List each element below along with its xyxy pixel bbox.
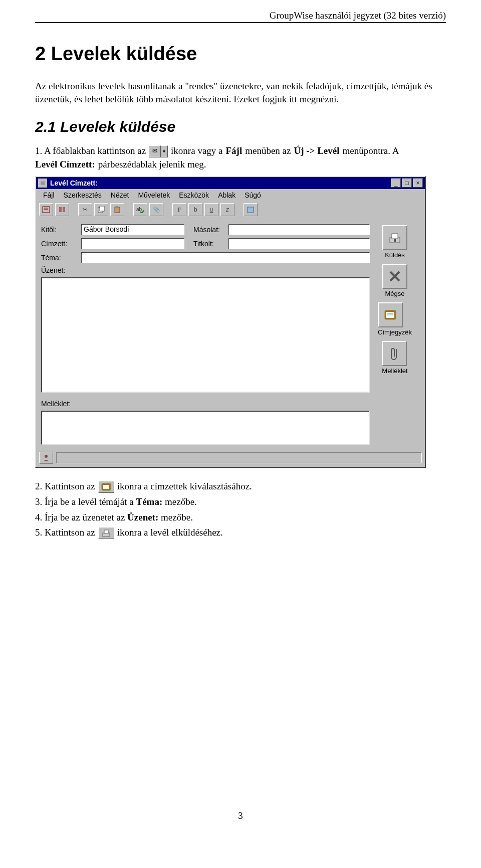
to-label: Címzett: <box>41 240 81 248</box>
svg-rect-3 <box>59 207 62 212</box>
titlebar: ✉ Levél Címzett: _ □ × <box>36 177 425 189</box>
message-label: Üzenet: <box>41 266 81 274</box>
window-title: Levél Címzett: <box>50 179 390 187</box>
svg-rect-6 <box>100 206 104 211</box>
cancel-button[interactable] <box>382 264 407 289</box>
address-book-button[interactable] <box>378 302 403 327</box>
svg-rect-10 <box>248 207 254 213</box>
step1-bold1: Fájl <box>226 144 243 158</box>
minimize-button[interactable]: _ <box>391 179 401 188</box>
from-field[interactable]: Gábor Borsodi <box>81 224 184 235</box>
step-1: 1. A főablakban kattintson az ✉▾ ikonra … <box>35 144 446 171</box>
menu-tools[interactable]: Eszközök <box>175 190 213 200</box>
toolbar-btn-1[interactable] <box>39 203 53 216</box>
address-book-icon <box>383 309 397 321</box>
cc-label: Másolat: <box>193 226 228 234</box>
page-header: GroupWise használói jegyzet (32 bites ve… <box>35 10 446 23</box>
step1-text-b: ikonra vagy a <box>171 144 222 158</box>
attachment-area[interactable] <box>41 411 370 445</box>
step-3: 3. Írja be a levél témáját a Téma: mezőb… <box>35 495 446 509</box>
bcc-label: Titkolt: <box>193 240 228 248</box>
system-menu-icon[interactable]: ✉ <box>38 179 47 188</box>
menu-view[interactable]: Nézet <box>107 190 133 200</box>
statusbar <box>36 450 425 467</box>
statusbar-icon[interactable] <box>39 452 53 464</box>
menu-actions[interactable]: Műveletek <box>134 190 174 200</box>
step4-bold: Üzenet: <box>127 512 158 523</box>
step3-b: mezőbe. <box>162 496 197 507</box>
person-icon <box>42 454 50 462</box>
attach-button-label: Melléklet <box>382 367 407 375</box>
toolbar-cut-icon[interactable]: ✂ <box>78 203 92 216</box>
send-icon <box>388 231 402 245</box>
svg-rect-12 <box>392 234 398 239</box>
send-button[interactable] <box>382 225 407 250</box>
step1-line2-rest: párbeszédablak jelenik meg. <box>98 158 206 171</box>
chapter-title: 2 Levelek küldése <box>35 43 446 65</box>
subject-field[interactable] <box>81 252 370 263</box>
step3-a: 3. Írja be a levél témáját a <box>35 496 136 507</box>
toolbar-italic-icon[interactable]: z <box>220 203 234 216</box>
svg-rect-4 <box>63 207 65 212</box>
address-book-button-label: Címjegyzék <box>378 328 412 336</box>
step1-text-d: menüpontra. A <box>343 144 399 158</box>
close-button[interactable]: × <box>413 179 423 188</box>
attach-button[interactable] <box>382 341 407 366</box>
step4-b: mezőbe. <box>158 512 193 523</box>
new-mail-icon: ✉▾ <box>149 145 168 157</box>
toolbar-btn-2[interactable] <box>55 203 69 216</box>
step1-text-a: 1. A főablakban kattintson az <box>35 144 146 158</box>
toolbar-font-icon[interactable]: F <box>172 203 186 216</box>
step1-bold2: Új -> Levél <box>294 144 339 158</box>
attach-label: Melléklet: <box>41 400 81 408</box>
menu-window[interactable]: Ablak <box>214 190 239 200</box>
step-2: 2. Kattintson az ikonra a címzettek kivá… <box>35 480 446 493</box>
send-button-label: Küldés <box>382 251 407 259</box>
step2-a: 2. Kattintson az <box>35 480 95 493</box>
from-label: Kitől: <box>41 226 81 234</box>
step-5: 5. Kattintson az ikonra a levél elküldés… <box>35 526 446 540</box>
svg-rect-7 <box>115 207 120 213</box>
toolbar-last-icon[interactable] <box>244 203 258 216</box>
svg-rect-13 <box>394 239 396 242</box>
menubar: Fájl Szerkesztés Nézet Műveletek Eszközö… <box>36 189 425 201</box>
compose-window: ✉ Levél Címzett: _ □ × Fájl Szerkesztés … <box>35 176 426 468</box>
status-panel <box>56 452 422 463</box>
menu-help[interactable]: Súgó <box>241 190 265 200</box>
maximize-button[interactable]: □ <box>402 179 412 188</box>
send-inline-icon <box>98 527 114 539</box>
cancel-icon <box>389 270 401 282</box>
step4-a: 4. Írja be az üzenetet az <box>35 512 127 523</box>
toolbar-bold-icon[interactable]: b <box>188 203 202 216</box>
svg-text:ab: ab <box>136 207 142 212</box>
cancel-button-label: Mégse <box>382 290 407 297</box>
section-title: 2.1 Levelek küldése <box>35 118 446 135</box>
step2-b: ikonra a címzettek kiválasztásához. <box>117 480 252 493</box>
subject-label: Téma: <box>41 254 81 262</box>
menu-file[interactable]: Fájl <box>39 190 59 200</box>
intro-paragraph: Az elektronikus levelek hasonlítanak a "… <box>35 80 446 105</box>
page-number: 3 <box>35 810 446 821</box>
paperclip-icon <box>389 346 400 361</box>
bcc-field[interactable] <box>228 238 370 249</box>
menu-edit[interactable]: Szerkesztés <box>60 190 106 200</box>
message-body[interactable] <box>41 277 370 393</box>
to-field[interactable] <box>81 238 184 249</box>
svg-rect-22 <box>103 485 109 489</box>
svg-rect-24 <box>104 530 108 534</box>
toolbar-spellcheck-icon[interactable]: ab <box>133 203 147 216</box>
cc-field[interactable] <box>228 224 370 235</box>
toolbar-copy-icon[interactable] <box>94 203 108 216</box>
svg-point-20 <box>45 455 48 458</box>
step1-text-c: menüben az <box>245 144 291 158</box>
step5-b: ikonra a levél elküldéséhez. <box>117 526 223 540</box>
toolbar-paste-icon[interactable] <box>110 203 124 216</box>
svg-rect-8 <box>116 206 118 208</box>
step-4: 4. Írja be az üzenetet az Üzenet: mezőbe… <box>35 511 446 525</box>
address-book-inline-icon <box>98 481 114 493</box>
step3-bold: Téma: <box>136 496 163 507</box>
step1-line2-bold: Levél Címzett: <box>35 158 95 171</box>
toolbar-underline-icon[interactable]: u <box>204 203 218 216</box>
step5-a: 5. Kattintson az <box>35 526 95 540</box>
toolbar-attach-icon[interactable]: 📎 <box>149 203 163 216</box>
